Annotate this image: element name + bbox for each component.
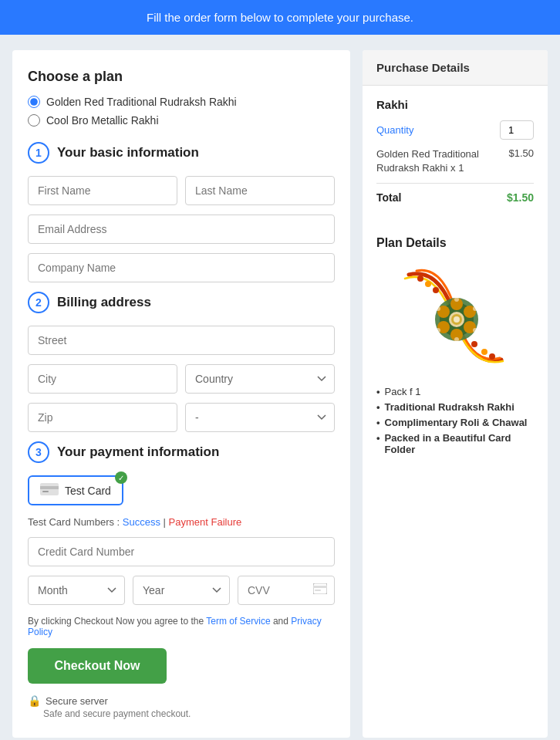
bullet-4: Packed in a Beautiful Card Folder: [376, 432, 534, 455]
year-field: Year 202420252026 202720282029: [133, 576, 230, 605]
svg-point-17: [454, 297, 459, 302]
rakhi-illustration: [393, 259, 517, 375]
item-description: Golden Red Traditional Rudraksh Rakhi x …: [376, 147, 502, 175]
state-select[interactable]: -: [185, 403, 335, 432]
quantity-row: Quantity: [376, 120, 534, 140]
email-input[interactable]: [28, 215, 335, 244]
banner-text: Fill the order form below to complete yo…: [147, 11, 413, 24]
first-name-field: [28, 176, 177, 205]
page-container: Choose a plan Golden Red Traditional Rud…: [0, 35, 560, 740]
city-country-row: Country: [28, 364, 335, 394]
total-row: Total $1.50: [376, 191, 534, 204]
quantity-label: Quantity: [376, 124, 413, 136]
svg-point-26: [471, 341, 477, 347]
svg-point-28: [489, 353, 495, 360]
step1-label: Your basic information: [57, 145, 199, 161]
svg-point-25: [417, 275, 423, 282]
month-field: Month 010203 040506 070809 101112: [28, 576, 125, 605]
test-card-failure-link[interactable]: Payment Failure: [169, 516, 242, 528]
card-icon: [40, 483, 59, 498]
svg-point-16: [454, 316, 460, 323]
quantity-input[interactable]: [500, 120, 534, 140]
email-row: [28, 215, 335, 244]
step3-header: 3 Your payment information: [28, 441, 335, 463]
svg-rect-4: [313, 586, 327, 588]
purchase-header: Purchase Details: [363, 50, 548, 86]
test-card-option[interactable]: ✓ Test Card: [28, 475, 123, 505]
secure-server-text: Secure server: [46, 695, 108, 707]
test-card-success-link[interactable]: Success: [123, 516, 160, 528]
step3-label: Your payment information: [57, 444, 219, 460]
purchase-divider: [376, 183, 534, 184]
country-select[interactable]: Country: [185, 364, 335, 394]
plan-option-coolbro[interactable]: Cool Bro Metallic Rakhi: [28, 114, 335, 127]
test-card-note: Test Card Numbers : Success | Payment Fa…: [28, 516, 335, 528]
svg-rect-2: [42, 491, 49, 492]
test-card-label: Test Card: [65, 485, 111, 497]
cvv-field: [238, 576, 335, 605]
total-price: $1.50: [507, 191, 534, 204]
plan-details-title: Plan Details: [376, 236, 534, 250]
last-name-field: [185, 176, 335, 205]
city-input[interactable]: [28, 364, 177, 394]
svg-point-18: [473, 306, 477, 311]
plan-label-coolbro: Cool Bro Metallic Rakhi: [46, 114, 159, 127]
month-select[interactable]: Month 010203 040506 070809 101112: [28, 576, 125, 605]
svg-point-24: [425, 281, 431, 287]
product-title: Rakhi: [376, 98, 534, 111]
plan-radio-golden[interactable]: [28, 96, 40, 108]
svg-point-23: [433, 287, 439, 293]
last-name-input[interactable]: [185, 176, 335, 205]
item-price: $1.50: [508, 147, 534, 159]
terms-text: By clicking Checkout Now you agree to th…: [28, 616, 335, 637]
top-banner: Fill the order form below to complete yo…: [0, 0, 560, 35]
zip-input[interactable]: [28, 403, 177, 432]
svg-rect-3: [313, 583, 327, 594]
left-panel: Choose a plan Golden Red Traditional Rud…: [12, 50, 350, 738]
zip-state-row: -: [28, 403, 335, 432]
street-input[interactable]: [28, 326, 335, 355]
svg-point-27: [481, 349, 487, 355]
name-row: [28, 176, 335, 205]
total-label: Total: [376, 191, 401, 204]
zip-field: [28, 403, 177, 432]
purchase-body: Rakhi Quantity Golden Red Traditional Ru…: [363, 86, 548, 224]
first-name-input[interactable]: [28, 176, 177, 205]
bullet-1: Pack f 1: [376, 386, 534, 397]
svg-rect-5: [315, 590, 321, 591]
lock-icon: 🔒: [28, 694, 41, 707]
plan-details-section: Plan Details: [363, 224, 548, 471]
plan-options: Golden Red Traditional Rudraksh Rakhi Co…: [28, 96, 335, 127]
payment-methods: ✓ Test Card: [28, 475, 335, 505]
step3-circle: 3: [28, 441, 49, 463]
secure-note: Safe and secure payment checkout.: [43, 708, 335, 719]
secure-server-row: 🔒 Secure server: [28, 694, 335, 707]
plan-bullets: Pack f 1 Traditional Rudraksh Rakhi Comp…: [376, 386, 534, 455]
svg-rect-1: [40, 486, 59, 489]
svg-point-21: [436, 328, 440, 333]
plan-radio-coolbro[interactable]: [28, 114, 40, 127]
step1-circle: 1: [28, 142, 49, 164]
checkout-button[interactable]: Checkout Now: [28, 648, 167, 684]
cc-row: [28, 537, 335, 566]
state-field: -: [185, 403, 335, 432]
bullet-2: Traditional Rudraksh Rakhi: [376, 401, 534, 413]
plan-label-golden: Golden Red Traditional Rudraksh Rakhi: [46, 96, 237, 108]
cc-input[interactable]: [28, 537, 335, 566]
email-field: [28, 215, 335, 244]
expiry-cvv-row: Month 010203 040506 070809 101112 Year 2…: [28, 576, 335, 605]
step2-label: Billing address: [57, 295, 151, 310]
svg-point-20: [454, 337, 459, 342]
step2-circle: 2: [28, 292, 49, 313]
terms-of-service-link[interactable]: Term of Service: [206, 616, 270, 627]
street-row: [28, 326, 335, 355]
plan-option-golden[interactable]: Golden Red Traditional Rudraksh Rakhi: [28, 96, 335, 108]
choose-plan-title: Choose a plan: [28, 69, 335, 85]
right-panel: Purchase Details Rakhi Quantity Golden R…: [363, 50, 548, 738]
country-field: Country: [185, 364, 335, 394]
cc-field: [28, 537, 335, 566]
company-input[interactable]: [28, 253, 335, 282]
street-field: [28, 326, 335, 355]
company-field: [28, 253, 335, 282]
year-select[interactable]: Year 202420252026 202720282029: [133, 576, 230, 605]
